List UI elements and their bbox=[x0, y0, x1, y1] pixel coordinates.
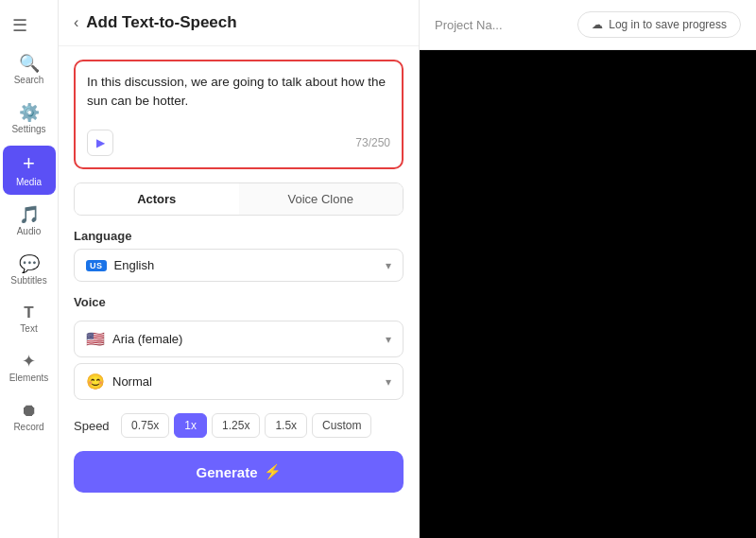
sidebar-item-label: Media bbox=[16, 177, 42, 187]
voice-name: Aria (female) bbox=[112, 332, 378, 346]
sidebar-item-search[interactable]: 🔍 Search bbox=[3, 47, 56, 93]
smile-icon: 😊 bbox=[86, 373, 105, 390]
us-flag-icon: 🇺🇸 bbox=[86, 330, 105, 348]
record-icon: ⏺ bbox=[21, 402, 38, 419]
search-icon: 🔍 bbox=[19, 55, 40, 72]
sidebar-item-label: Subtitles bbox=[10, 275, 46, 286]
sidebar: ☰ 🔍 Search ⚙️ Settings + Media 🎵 Audio 💬… bbox=[0, 0, 59, 538]
main-panel: ‹ Add Text-to-Speech In this discussion,… bbox=[59, 0, 420, 538]
tab-voice-clone[interactable]: Voice Clone bbox=[239, 183, 404, 215]
sidebar-item-text[interactable]: T Text bbox=[3, 297, 56, 341]
login-button[interactable]: ☁ Log in to save progress bbox=[577, 11, 741, 38]
elements-icon: ✦ bbox=[22, 353, 36, 370]
speed-options: 0.75x 1x 1.25x 1.5x Custom bbox=[121, 413, 371, 438]
media-plus-icon: + bbox=[23, 153, 35, 174]
language-section: Language US English ▾ bbox=[74, 229, 404, 282]
sidebar-item-label: Audio bbox=[17, 226, 42, 236]
sidebar-item-label: Text bbox=[20, 323, 37, 334]
chevron-down-icon: ▾ bbox=[386, 259, 391, 272]
play-icon: ▶ bbox=[96, 136, 105, 149]
speed-1.25x[interactable]: 1.25x bbox=[212, 413, 260, 438]
voice-section: Voice 🇺🇸 Aria (female) ▾ 😊 Normal ▾ bbox=[74, 295, 404, 400]
text-input-box: In this discussion, we are going to talk… bbox=[74, 60, 404, 169]
sidebar-item-label: Settings bbox=[11, 124, 45, 134]
voice-name-dropdown[interactable]: 🇺🇸 Aria (female) ▾ bbox=[74, 321, 404, 357]
speed-1x[interactable]: 1x bbox=[174, 413, 207, 438]
preview-area: Project Na... ☁ Log in to save progress bbox=[420, 0, 756, 538]
lightning-icon: ⚡ bbox=[264, 463, 282, 480]
preview-canvas bbox=[420, 50, 756, 538]
text-icon: T bbox=[24, 304, 33, 321]
tab-actors[interactable]: Actors bbox=[75, 183, 239, 215]
hamburger-button[interactable]: ☰ bbox=[3, 8, 56, 43]
sidebar-item-record[interactable]: ⏺ Record bbox=[3, 394, 56, 440]
generate-label: Generate bbox=[196, 464, 257, 480]
sidebar-item-subtitles[interactable]: 💬 Subtitles bbox=[3, 248, 56, 293]
voice-style: Normal bbox=[112, 374, 378, 389]
sidebar-item-label: Record bbox=[13, 422, 43, 432]
sidebar-item-settings[interactable]: ⚙️ Settings bbox=[3, 96, 56, 142]
char-count: 73/250 bbox=[355, 136, 390, 149]
panel-header: ‹ Add Text-to-Speech bbox=[59, 0, 419, 46]
sidebar-item-media[interactable]: + Media bbox=[3, 146, 56, 195]
settings-icon: ⚙️ bbox=[19, 104, 40, 121]
actor-tabs: Actors Voice Clone bbox=[74, 182, 404, 216]
panel-content: In this discussion, we are going to talk… bbox=[59, 46, 419, 538]
sidebar-item-audio[interactable]: 🎵 Audio bbox=[3, 199, 56, 244]
speed-label: Speed bbox=[74, 419, 113, 433]
chevron-down-icon: ▾ bbox=[386, 375, 391, 389]
preview-header: Project Na... ☁ Log in to save progress bbox=[420, 0, 756, 50]
language-name: English bbox=[114, 258, 378, 272]
sidebar-item-elements[interactable]: ✦ Elements bbox=[3, 345, 56, 390]
subtitles-icon: 💬 bbox=[19, 255, 40, 272]
language-flag: US bbox=[86, 260, 107, 271]
project-name: Project Na... bbox=[435, 18, 503, 32]
login-label: Log in to save progress bbox=[609, 18, 727, 31]
voice-style-dropdown[interactable]: 😊 Normal ▾ bbox=[74, 363, 404, 400]
sidebar-item-label: Search bbox=[14, 75, 44, 85]
voice-section-label: Voice bbox=[74, 295, 404, 309]
cloud-icon: ☁ bbox=[592, 18, 603, 31]
generate-button[interactable]: Generate ⚡ bbox=[74, 451, 404, 493]
back-button[interactable]: ‹ bbox=[74, 14, 78, 31]
sidebar-item-label: Elements bbox=[9, 373, 49, 383]
chevron-down-icon: ▾ bbox=[386, 333, 391, 346]
audio-icon: 🎵 bbox=[19, 206, 40, 223]
speed-custom[interactable]: Custom bbox=[312, 413, 371, 438]
text-controls: ▶ 73/250 bbox=[87, 130, 390, 156]
play-button[interactable]: ▶ bbox=[87, 130, 113, 156]
speed-section: Speed 0.75x 1x 1.25x 1.5x Custom bbox=[74, 413, 404, 438]
speed-1.5x[interactable]: 1.5x bbox=[265, 413, 307, 438]
language-section-label: Language bbox=[74, 229, 404, 243]
speed-0.75x[interactable]: 0.75x bbox=[121, 413, 169, 438]
language-dropdown[interactable]: US English ▾ bbox=[74, 249, 404, 282]
panel-title: Add Text-to-Speech bbox=[86, 13, 236, 32]
tts-text-content[interactable]: In this discussion, we are going to talk… bbox=[87, 73, 390, 120]
